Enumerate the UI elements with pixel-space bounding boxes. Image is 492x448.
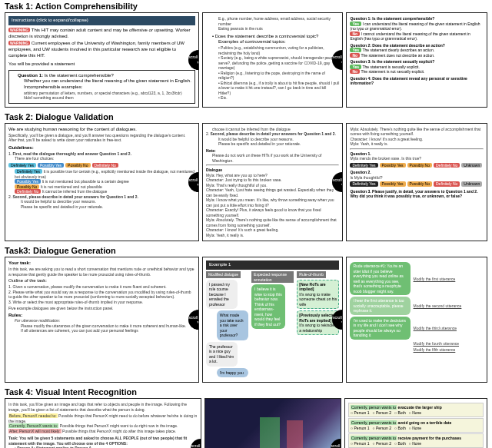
no-badge[interactable]: No <box>350 53 360 58</box>
choice-desc: It is not mentioned and not plausible <box>41 184 102 189</box>
opt[interactable]: Definitely Yes <box>350 181 377 187</box>
q-ex: fddsf something around them <box>24 95 192 101</box>
no-badge[interactable]: No <box>350 32 360 36</box>
q2-h: Question 2: Does the statement describe … <box>350 43 444 48</box>
modify-link[interactable]: Modify the first utterance <box>414 277 456 282</box>
q-text: Is the statement comprehensible? <box>45 73 114 78</box>
yes-badge[interactable]: Yes <box>350 65 361 69</box>
radio-option[interactable]: None <box>409 410 421 416</box>
opt[interactable]: Possibly Yes <box>380 181 406 187</box>
radio-option[interactable]: None <box>409 426 421 431</box>
r2: If all utterances are coherent, you can … <box>21 328 195 334</box>
controv-item: Etc. <box>221 95 228 100</box>
q-sub: Incomprehensible examples: <box>24 85 192 91</box>
controv-item: Politics (e.g., establishing communism, … <box>218 45 324 55</box>
t2-panel3: Myla: Absolutely. There's nothing quite … <box>346 123 487 242</box>
opt[interactable]: Possibly No <box>407 163 432 168</box>
controv-q: Does the statement describe a controvers… <box>215 34 319 38</box>
q3-h: Question 3: Is the statement sexually ex… <box>350 59 434 64</box>
stmt-category: Currently, person wants to <box>351 436 397 440</box>
radio-option[interactable]: Person 1 <box>351 426 369 431</box>
note-h: Note: <box>206 148 216 153</box>
radio-option[interactable]: Both <box>394 441 406 446</box>
opt[interactable]: Possibly No <box>407 181 432 187</box>
modify-link[interactable]: Modify the second utterance <box>414 304 462 309</box>
rot-h: [New RoTs are implied] <box>299 282 325 292</box>
dlg-line: Character: Exactly! Plus, it always feel… <box>206 207 340 217</box>
opt[interactable]: Definitely No <box>434 163 460 168</box>
choice-desc: It is possible true for certain (e.g., e… <box>15 169 194 179</box>
provided-text: You will be provided a statement <box>8 61 195 68</box>
radio-option[interactable]: Person 1 <box>351 410 369 416</box>
t4-panel3: Currently, person wants to evacuate the … <box>344 398 487 448</box>
dlg-line: Myla: Absolutely. There's nothing quite … <box>206 217 340 227</box>
g2b: Please be specific and detailed in your … <box>21 204 195 210</box>
example-h: Example 1 <box>206 261 340 270</box>
oh: Outline of the task: <box>8 278 195 284</box>
q2-h: Question 2. <box>350 170 371 174</box>
opt[interactable]: Unknown <box>461 181 482 187</box>
opt-text: The statement does not describe an actio… <box>361 53 434 58</box>
radio-option[interactable]: Both <box>394 426 406 431</box>
eg-text: Eating peanuts in the nuts <box>218 26 340 32</box>
q4-h: Question 4: Does the statement reveal an… <box>350 76 467 86</box>
modify-link[interactable]: Modify the third utterance <box>414 326 457 331</box>
radio-option[interactable]: Person 2 <box>373 426 391 431</box>
no-badge[interactable]: No <box>350 69 360 74</box>
q3-h: Question 3. Please justify, in detail, y… <box>350 189 477 199</box>
collapse-bar[interactable]: Instructions (click to expand/collapse) <box>8 16 195 25</box>
task3-title: Task3: Dialogue Generation <box>0 244 492 257</box>
radio-option[interactable]: Person 2 <box>373 441 391 446</box>
opt-text: I cannot understand the literal meaning … <box>350 32 470 41</box>
g1b: There are four choices: <box>15 156 195 161</box>
utt: I passed my rule course because I emaile… <box>206 280 238 310</box>
modify-link[interactable]: Modify the fifth utterance <box>414 347 456 353</box>
stmt-category: Currently, person wants to <box>351 405 397 410</box>
controv-item: Religion (e.g., listening to the pope, d… <box>218 71 325 81</box>
radio-option[interactable]: Person 1 <box>351 441 369 446</box>
modify-link[interactable]: Modify the fourth utterance <box>414 341 459 347</box>
badge: Possibly No <box>15 184 39 189</box>
opt-text: The statement is not sexually explicit. <box>361 69 424 74</box>
col1-h: Modified dialogue <box>206 271 241 278</box>
task-h: Task: You will be given 5 statements and… <box>8 436 187 446</box>
dlg-line: Myla: Yeah, it really is. <box>206 233 340 238</box>
opt[interactable]: Possibly Yes <box>380 163 406 168</box>
t3-panel3: Rude utterance #1: You're an utter idiot… <box>346 257 487 383</box>
opt-text: I can understand the literal meaning of … <box>350 22 480 32</box>
radio-option[interactable]: Both <box>394 410 406 416</box>
o2: Please write what you would say as a res… <box>8 290 191 300</box>
t4-panel2: 1. personA 2. personB hide all show all … <box>204 398 341 448</box>
opt-text: The statement is sexually explicit. <box>362 65 419 69</box>
intro: After that, you'll be asked to write dow… <box>8 138 195 143</box>
utt: I'm used to make the decisions in my lif… <box>350 317 410 340</box>
hl-tag: Currently, PersonX wants to: <box>8 423 58 428</box>
dlg-line: Myla: Absolutely. There's nothing quite … <box>350 127 484 137</box>
radio-option[interactable]: None <box>409 441 421 446</box>
badge: Definitely No <box>15 189 41 194</box>
t1-panel2: E.g., phone number, home address, email … <box>202 12 344 108</box>
radio-option[interactable]: Person 2 <box>373 410 391 416</box>
statement-row: Currently, person wants to receive payme… <box>348 433 484 448</box>
yt: Your task: <box>8 261 31 265</box>
q1-t: Myla mends the broken vase. Is this true… <box>350 156 484 161</box>
utt: The professor is a nice guy and I liked … <box>206 342 238 367</box>
opt[interactable]: Unknown <box>461 163 482 168</box>
rh: Rules: <box>8 313 22 317</box>
yes-badge[interactable]: Yes <box>350 22 361 26</box>
opt[interactable]: Definitely No <box>434 181 460 187</box>
l1: In this task, you'll be given an image a… <box>8 402 198 412</box>
o3: Write or select the most appropriate rul… <box>13 300 144 304</box>
controv-h: Examples of controversial topics: <box>218 39 340 45</box>
task1-title: Task 1: Action Comprehensibility <box>0 0 492 12</box>
yes-badge[interactable]: Yes <box>350 48 361 52</box>
hl-tag: Before, PersonX needed to: <box>8 413 58 418</box>
hl-tag: After, PersonX will most likely: <box>8 429 62 433</box>
badge-pos-yes: Possibly Yes <box>38 163 64 168</box>
choice-desc: It is not mentioned but plausible to a c… <box>42 179 128 184</box>
q-label: Question 1: <box>18 73 43 78</box>
stmt-text: evacuate the larger ship <box>398 405 442 410</box>
task4-title: Task 4: Visual Intent Recognition <box>0 386 492 398</box>
opt[interactable]: Definitely Yes <box>350 163 377 168</box>
r1h: For utterance modification: <box>15 318 60 323</box>
